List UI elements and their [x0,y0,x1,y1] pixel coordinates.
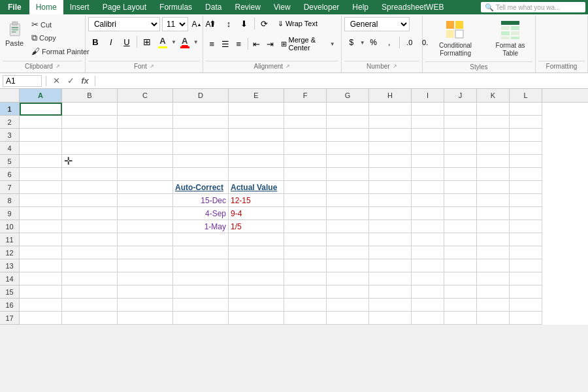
cell-g2[interactable] [327,116,369,129]
row-header-9[interactable]: 9 [0,207,20,220]
align-bottom-button[interactable]: ⬇ [237,17,252,30]
col-header-g[interactable]: G [327,89,369,102]
formula-input[interactable] [99,76,585,86]
cell-k2[interactable] [477,116,510,129]
cell-c8[interactable] [118,194,173,207]
cell-c6[interactable] [118,168,173,181]
menu-help[interactable]: Help [346,0,375,14]
row-header-12[interactable]: 12 [0,246,20,259]
cell-i14[interactable] [412,272,444,286]
insert-function-button[interactable]: fx [79,75,91,87]
cell-c13[interactable] [118,259,173,272]
row-header-14[interactable]: 14 [0,272,20,286]
cell-j14[interactable] [444,272,477,286]
cell-d1[interactable] [173,103,229,116]
cell-j17[interactable] [444,312,477,325]
borders-button[interactable]: ⊞ [140,35,154,49]
wrap-text-button[interactable]: ⇓ Wrap Text [273,18,322,30]
cell-f16[interactable] [284,299,327,312]
cell-d10[interactable]: 1-May [173,220,229,233]
cell-j3[interactable] [444,129,477,142]
cell-h13[interactable] [369,259,412,272]
cell-l14[interactable] [510,272,542,286]
cell-g13[interactable] [327,259,369,272]
cell-l1[interactable] [510,103,542,116]
cell-b16[interactable] [62,299,118,312]
menu-developer[interactable]: Developer [297,0,346,14]
cell-e2[interactable] [229,116,284,129]
col-header-b[interactable]: B [62,89,118,102]
cell-j11[interactable] [444,233,477,246]
cell-b4[interactable] [62,142,118,155]
cell-b10[interactable] [62,220,118,233]
row-header-4[interactable]: 4 [0,142,20,155]
row-header-8[interactable]: 8 [0,194,20,207]
cell-c3[interactable] [118,129,173,142]
cell-e12[interactable] [229,246,284,259]
cell-i12[interactable] [412,246,444,259]
cell-a15[interactable] [20,286,62,299]
search-box[interactable]: 🔍 Tell me what you wa... [481,2,585,12]
cell-i15[interactable] [412,286,444,299]
cell-h15[interactable] [369,286,412,299]
cell-reference-input[interactable] [3,75,42,87]
align-left-button[interactable]: ≡ [206,37,218,50]
cell-j16[interactable] [444,299,477,312]
cell-h6[interactable] [369,168,412,181]
cell-c4[interactable] [118,142,173,155]
cell-e8[interactable]: 12-15 [229,194,284,207]
col-header-l[interactable]: L [510,89,542,102]
cell-f13[interactable] [284,259,327,272]
cell-i5[interactable] [412,155,444,168]
cell-k16[interactable] [477,299,510,312]
cell-i2[interactable] [412,116,444,129]
cell-j5[interactable] [444,155,477,168]
cell-a7[interactable] [20,181,62,194]
cell-l9[interactable] [510,207,542,220]
merge-center-button[interactable]: ⊞ Merge & Center ▼ [278,34,338,54]
cell-i16[interactable] [412,299,444,312]
increase-indent-button[interactable]: ⇥ [264,37,276,50]
menu-data[interactable]: Data [199,0,228,14]
formula-confirm-button[interactable]: ✓ [65,75,76,87]
cell-g1[interactable] [327,103,369,116]
font-name-select[interactable]: Calibri [88,17,160,31]
cell-h17[interactable] [369,312,412,325]
col-header-d[interactable]: D [173,89,229,102]
cell-l13[interactable] [510,259,542,272]
cell-d3[interactable] [173,129,229,142]
cell-d16[interactable] [173,299,229,312]
cell-f12[interactable] [284,246,327,259]
cell-j12[interactable] [444,246,477,259]
cell-e7[interactable]: Actual Value [229,181,284,194]
cell-a6[interactable] [20,168,62,181]
cell-l5[interactable] [510,155,542,168]
menu-insert[interactable]: Insert [63,0,96,14]
cell-h9[interactable] [369,207,412,220]
cell-b7[interactable] [62,181,118,194]
cell-e1[interactable] [229,103,284,116]
font-size-select[interactable]: 11 [162,17,188,31]
cell-j4[interactable] [444,142,477,155]
cell-e16[interactable] [229,299,284,312]
clipboard-expand-icon[interactable]: ↗ [56,63,60,69]
increase-font-button[interactable]: A▲ [190,18,203,31]
cell-a17[interactable] [20,312,62,325]
merge-dropdown-icon[interactable]: ▼ [330,41,335,47]
cell-a3[interactable] [20,129,62,142]
cell-b3[interactable] [62,129,118,142]
cell-e9[interactable]: 9-4 [229,207,284,220]
cell-h10[interactable] [369,220,412,233]
align-top-button[interactable]: ⬆ [206,17,220,30]
cell-l3[interactable] [510,129,542,142]
cell-j7[interactable] [444,181,477,194]
col-header-e[interactable]: E [229,89,284,102]
align-right-button[interactable]: ≡ [233,37,245,50]
cell-j9[interactable] [444,207,477,220]
cell-j10[interactable] [444,220,477,233]
cell-e15[interactable] [229,286,284,299]
cell-h8[interactable] [369,194,412,207]
cell-i3[interactable] [412,129,444,142]
cell-e17[interactable] [229,312,284,325]
format-painter-button[interactable]: 🖌 Format Painter [29,45,92,57]
